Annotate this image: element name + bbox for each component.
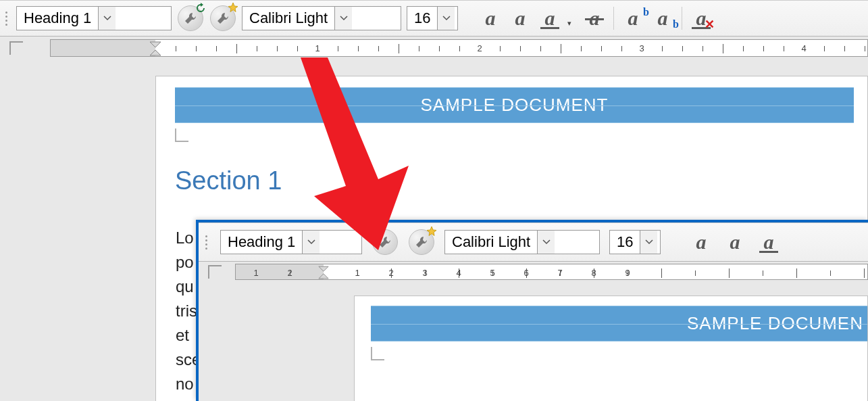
update-style-button[interactable] xyxy=(177,5,204,32)
superscript-button[interactable]: ab xyxy=(621,5,645,32)
font-size-value: 16 xyxy=(610,233,640,251)
star-badge-icon xyxy=(227,2,239,14)
toolbar-grip[interactable] xyxy=(5,6,11,30)
toolbar-grip[interactable] xyxy=(205,230,211,254)
font-size-value: 16 xyxy=(407,9,437,27)
subscript-button[interactable]: ab xyxy=(650,5,675,32)
separator xyxy=(682,7,682,30)
wrench-icon xyxy=(372,229,398,255)
ruler-corner-icon xyxy=(9,41,23,55)
separator xyxy=(613,7,614,30)
ruler-row: 21123456789 xyxy=(199,262,868,282)
bold-button[interactable]: a xyxy=(478,5,503,32)
new-style-button[interactable] xyxy=(209,5,236,32)
horizontal-ruler[interactable]: 12345 xyxy=(50,39,868,57)
document-title-text: SAMPLE DOCUMENT xyxy=(421,95,609,115)
indent-marker-icon[interactable] xyxy=(149,41,161,56)
chevron-down-icon[interactable] xyxy=(302,231,320,254)
underline-dropdown[interactable]: ▾ xyxy=(567,19,577,28)
clear-formatting-button[interactable]: a✕ xyxy=(689,5,713,32)
ruler-corner-icon xyxy=(208,265,222,279)
underline-button[interactable]: a xyxy=(757,229,781,256)
document-title-bar: SAMPLE DOCUMEN xyxy=(371,306,867,341)
refresh-badge-icon xyxy=(195,2,207,14)
italic-button[interactable]: a xyxy=(723,229,747,256)
document-page[interactable]: SAMPLE DOCUMEN xyxy=(354,296,868,401)
margin-corner-icon xyxy=(175,128,188,142)
secondary-window: Heading 1 Calibri Light 16 xyxy=(196,220,868,401)
font-name-value: Calibri Light xyxy=(445,233,537,251)
font-size-select[interactable]: 16 xyxy=(407,6,458,30)
font-name-value: Calibri Light xyxy=(242,9,334,27)
margin-corner-icon xyxy=(371,347,384,360)
star-badge-icon xyxy=(426,226,438,238)
document-area: SAMPLE DOCUMEN xyxy=(199,282,868,401)
italic-button[interactable]: a xyxy=(508,5,532,32)
update-style-button[interactable] xyxy=(372,229,399,256)
paragraph-style-value: Heading 1 xyxy=(17,9,98,27)
document-title-text: SAMPLE DOCUMEN xyxy=(687,313,863,333)
bold-button[interactable]: a xyxy=(689,229,713,256)
underline-button[interactable]: a xyxy=(538,5,562,32)
strikethrough-button[interactable]: a xyxy=(582,5,607,32)
chevron-down-icon[interactable] xyxy=(537,231,555,254)
document-title-bar: SAMPLE DOCUMENT xyxy=(175,87,854,123)
formatting-toolbar: Heading 1 Calibri Light 16 xyxy=(199,222,868,262)
horizontal-ruler[interactable]: 21123456789 xyxy=(235,264,868,280)
font-name-select[interactable]: Calibri Light xyxy=(242,6,401,30)
new-style-button[interactable] xyxy=(408,229,435,256)
ruler-row: 12345 xyxy=(0,37,868,60)
chevron-down-icon[interactable] xyxy=(334,7,352,30)
font-size-select[interactable]: 16 xyxy=(609,230,661,254)
paragraph-style-select[interactable]: Heading 1 xyxy=(16,6,172,30)
paragraph-style-select[interactable]: Heading 1 xyxy=(220,230,362,254)
formatting-toolbar: Heading 1 Calibri Light xyxy=(0,0,868,37)
chevron-down-icon[interactable] xyxy=(640,231,657,254)
chevron-down-icon[interactable] xyxy=(437,7,455,30)
chevron-down-icon[interactable] xyxy=(98,7,116,30)
paragraph-style-value: Heading 1 xyxy=(221,233,302,251)
font-name-select[interactable]: Calibri Light xyxy=(444,230,600,254)
indent-marker-icon[interactable] xyxy=(318,266,329,279)
section-heading: Section 1 xyxy=(175,166,854,195)
